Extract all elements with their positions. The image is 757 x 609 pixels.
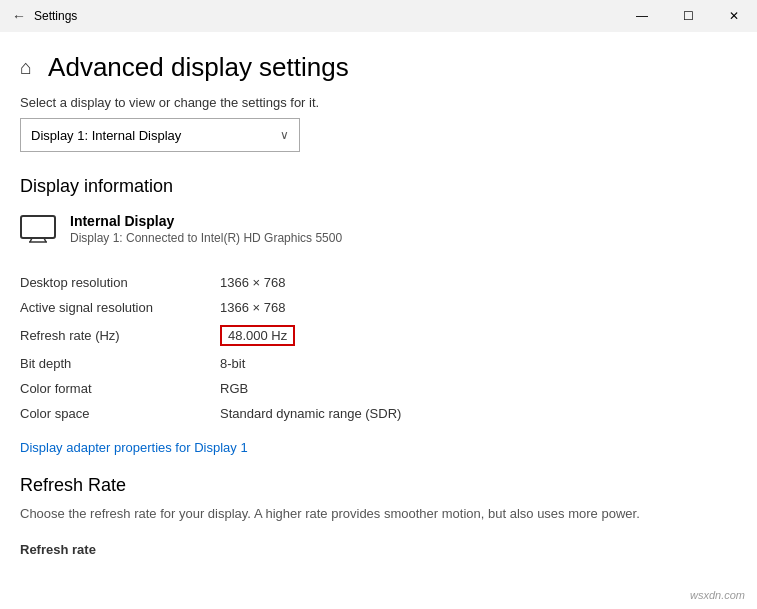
info-row-bit-depth: Bit depth 8-bit xyxy=(20,351,717,376)
info-row-color-format: Color format RGB xyxy=(20,376,717,401)
main-content: ⌂ Advanced display settings Select a dis… xyxy=(0,32,757,609)
title-bar: ← Settings — ☐ ✕ xyxy=(0,0,757,32)
display-adapter-link[interactable]: Display adapter properties for Display 1 xyxy=(20,440,248,455)
content-area: ⌂ Advanced display settings Select a dis… xyxy=(0,32,757,609)
info-row-active-signal: Active signal resolution 1366 × 768 xyxy=(20,295,717,320)
monitor-info: Internal Display Display 1: Connected to… xyxy=(70,213,342,245)
active-signal-value: 1366 × 768 xyxy=(220,300,285,315)
active-signal-label: Active signal resolution xyxy=(20,300,220,315)
refresh-rate-description: Choose the refresh rate for your display… xyxy=(20,504,717,524)
home-icon[interactable]: ⌂ xyxy=(20,56,32,79)
page-title: Advanced display settings xyxy=(48,52,349,83)
info-row-refresh-rate: Refresh rate (Hz) 48.000 Hz xyxy=(20,320,717,351)
refresh-rate-field-label: Refresh rate xyxy=(20,542,96,557)
dropdown-arrow-icon: ∨ xyxy=(280,128,289,142)
color-format-value: RGB xyxy=(220,381,248,396)
desktop-resolution-label: Desktop resolution xyxy=(20,275,220,290)
minimize-button[interactable]: — xyxy=(619,0,665,32)
dropdown-value: Display 1: Internal Display xyxy=(31,128,181,143)
display-dropdown[interactable]: Display 1: Internal Display ∨ xyxy=(20,118,300,152)
info-row-color-space: Color space Standard dynamic range (SDR) xyxy=(20,401,717,426)
maximize-button[interactable]: ☐ xyxy=(665,0,711,32)
color-space-value: Standard dynamic range (SDR) xyxy=(220,406,401,421)
display-information-heading: Display information xyxy=(20,176,717,197)
refresh-rate-label: Refresh rate (Hz) xyxy=(20,328,220,343)
title-bar-left: ← Settings xyxy=(12,8,77,24)
refresh-rate-value: 48.000 Hz xyxy=(220,325,295,346)
bit-depth-value: 8-bit xyxy=(220,356,245,371)
bit-depth-label: Bit depth xyxy=(20,356,220,371)
watermark: wsxdn.com xyxy=(690,589,745,601)
monitor-sub: Display 1: Connected to Intel(R) HD Grap… xyxy=(70,231,342,245)
refresh-rate-section-heading: Refresh Rate xyxy=(20,475,717,496)
svg-rect-0 xyxy=(21,216,55,238)
page-header: ⌂ Advanced display settings xyxy=(20,52,717,83)
color-space-label: Color space xyxy=(20,406,220,421)
display-info-block: Internal Display Display 1: Connected to… xyxy=(20,213,717,250)
monitor-icon xyxy=(20,215,56,250)
select-display-label: Select a display to view or change the s… xyxy=(20,95,717,110)
back-arrow-icon[interactable]: ← xyxy=(12,8,26,24)
close-button[interactable]: ✕ xyxy=(711,0,757,32)
monitor-name: Internal Display xyxy=(70,213,342,229)
title-bar-controls: — ☐ ✕ xyxy=(619,0,757,32)
info-row-desktop-resolution: Desktop resolution 1366 × 768 xyxy=(20,270,717,295)
display-info-table: Desktop resolution 1366 × 768 Active sig… xyxy=(20,270,717,426)
window-title: Settings xyxy=(34,9,77,23)
color-format-label: Color format xyxy=(20,381,220,396)
desktop-resolution-value: 1366 × 768 xyxy=(220,275,285,290)
